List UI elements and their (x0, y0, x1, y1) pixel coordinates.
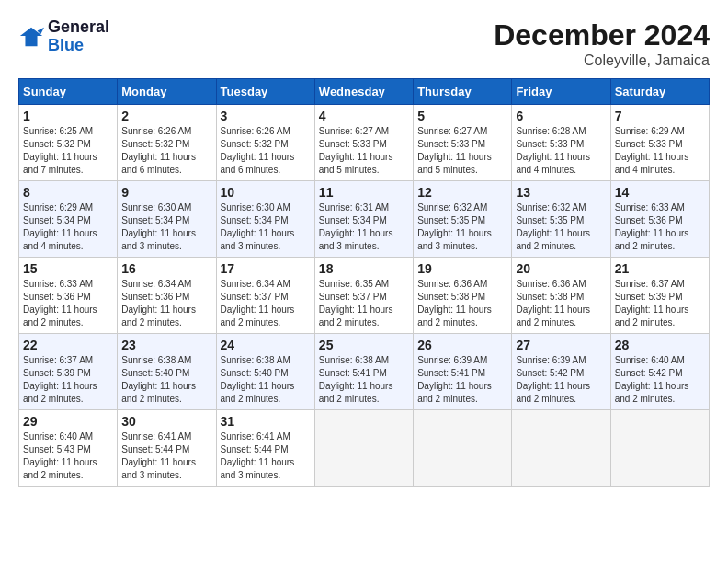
day-info: Sunrise: 6:38 AMSunset: 5:40 PMDaylight:… (221, 354, 311, 406)
calendar-table: SundayMondayTuesdayWednesdayThursdayFrid… (18, 78, 710, 487)
day-number: 22 (23, 338, 113, 352)
day-info: Sunrise: 6:38 AMSunset: 5:40 PMDaylight:… (121, 354, 211, 406)
day-number: 15 (23, 261, 113, 276)
header: General Blue December 2024 Coleyville, J… (18, 18, 710, 69)
day-number: 28 (615, 338, 705, 352)
day-info: Sunrise: 6:35 AMSunset: 5:37 PMDaylight:… (319, 278, 409, 329)
calendar-day-cell: 3Sunrise: 6:26 AMSunset: 5:32 PMDaylight… (216, 105, 314, 181)
day-number: 8 (23, 185, 113, 200)
day-number: 4 (319, 109, 409, 123)
calendar-body: 1Sunrise: 6:25 AMSunset: 5:32 PMDaylight… (19, 105, 710, 487)
calendar-day-cell (512, 410, 610, 487)
calendar-day-cell: 1Sunrise: 6:25 AMSunset: 5:32 PMDaylight… (19, 105, 118, 181)
calendar-day-cell: 9Sunrise: 6:30 AMSunset: 5:34 PMDaylight… (118, 181, 216, 258)
day-number: 2 (121, 109, 211, 123)
day-number: 20 (516, 261, 606, 276)
calendar-day-cell: 27Sunrise: 6:39 AMSunset: 5:42 PMDayligh… (512, 334, 610, 410)
calendar-day-cell: 18Sunrise: 6:35 AMSunset: 5:37 PMDayligh… (314, 258, 413, 334)
day-number: 19 (417, 261, 507, 276)
calendar-day-cell: 6Sunrise: 6:28 AMSunset: 5:33 PMDaylight… (512, 105, 610, 181)
logo-icon (18, 24, 44, 50)
calendar-day-cell: 12Sunrise: 6:32 AMSunset: 5:35 PMDayligh… (414, 181, 512, 258)
day-number: 29 (23, 414, 113, 429)
day-number: 16 (121, 261, 211, 276)
day-info: Sunrise: 6:29 AMSunset: 5:34 PMDaylight:… (23, 201, 113, 253)
calendar-day-cell: 4Sunrise: 6:27 AMSunset: 5:33 PMDaylight… (314, 105, 413, 181)
calendar-day-cell: 19Sunrise: 6:36 AMSunset: 5:38 PMDayligh… (414, 258, 512, 334)
calendar-day-cell: 30Sunrise: 6:41 AMSunset: 5:44 PMDayligh… (118, 410, 216, 487)
logo: General Blue (18, 18, 109, 55)
day-info: Sunrise: 6:25 AMSunset: 5:32 PMDaylight:… (23, 125, 113, 177)
weekday-header-cell: Friday (512, 79, 610, 105)
logo-text: General Blue (48, 18, 109, 55)
calendar-day-cell: 13Sunrise: 6:32 AMSunset: 5:35 PMDayligh… (512, 181, 610, 258)
day-number: 17 (221, 261, 311, 276)
day-info: Sunrise: 6:27 AMSunset: 5:33 PMDaylight:… (417, 125, 507, 177)
calendar-day-cell: 15Sunrise: 6:33 AMSunset: 5:36 PMDayligh… (19, 258, 118, 334)
calendar-day-cell: 29Sunrise: 6:40 AMSunset: 5:43 PMDayligh… (19, 410, 118, 487)
day-info: Sunrise: 6:41 AMSunset: 5:44 PMDaylight:… (221, 431, 311, 482)
day-info: Sunrise: 6:29 AMSunset: 5:33 PMDaylight:… (615, 125, 705, 177)
location-title: Coleyville, Jamaica (494, 52, 710, 69)
day-info: Sunrise: 6:39 AMSunset: 5:41 PMDaylight:… (417, 354, 507, 406)
calendar-day-cell: 23Sunrise: 6:38 AMSunset: 5:40 PMDayligh… (118, 334, 216, 410)
calendar-day-cell: 25Sunrise: 6:38 AMSunset: 5:41 PMDayligh… (314, 334, 413, 410)
day-info: Sunrise: 6:41 AMSunset: 5:44 PMDaylight:… (121, 431, 211, 482)
day-info: Sunrise: 6:37 AMSunset: 5:39 PMDaylight:… (615, 278, 705, 329)
day-info: Sunrise: 6:31 AMSunset: 5:34 PMDaylight:… (319, 201, 409, 253)
day-number: 30 (121, 414, 211, 429)
day-info: Sunrise: 6:27 AMSunset: 5:33 PMDaylight:… (319, 125, 409, 177)
day-number: 13 (516, 185, 606, 200)
weekday-header-cell: Wednesday (314, 79, 413, 105)
day-number: 1 (23, 109, 113, 123)
day-number: 21 (615, 261, 705, 276)
calendar-day-cell: 2Sunrise: 6:26 AMSunset: 5:32 PMDaylight… (118, 105, 216, 181)
day-number: 27 (516, 338, 606, 352)
weekday-header-row: SundayMondayTuesdayWednesdayThursdayFrid… (19, 79, 710, 105)
day-info: Sunrise: 6:26 AMSunset: 5:32 PMDaylight:… (221, 125, 311, 177)
calendar-day-cell (414, 410, 512, 487)
weekday-header-cell: Tuesday (216, 79, 314, 105)
day-number: 10 (221, 185, 311, 200)
calendar-day-cell: 10Sunrise: 6:30 AMSunset: 5:34 PMDayligh… (216, 181, 314, 258)
day-info: Sunrise: 6:36 AMSunset: 5:38 PMDaylight:… (417, 278, 507, 329)
calendar-week-row: 8Sunrise: 6:29 AMSunset: 5:34 PMDaylight… (19, 181, 710, 258)
day-info: Sunrise: 6:38 AMSunset: 5:41 PMDaylight:… (319, 354, 409, 406)
title-area: December 2024 Coleyville, Jamaica (494, 18, 710, 69)
calendar-day-cell: 26Sunrise: 6:39 AMSunset: 5:41 PMDayligh… (414, 334, 512, 410)
day-info: Sunrise: 6:39 AMSunset: 5:42 PMDaylight:… (516, 354, 606, 406)
calendar-day-cell: 14Sunrise: 6:33 AMSunset: 5:36 PMDayligh… (610, 181, 709, 258)
weekday-header-cell: Thursday (414, 79, 512, 105)
day-number: 31 (221, 414, 311, 429)
day-info: Sunrise: 6:32 AMSunset: 5:35 PMDaylight:… (516, 201, 606, 253)
calendar-week-row: 15Sunrise: 6:33 AMSunset: 5:36 PMDayligh… (19, 258, 710, 334)
calendar-day-cell: 5Sunrise: 6:27 AMSunset: 5:33 PMDaylight… (414, 105, 512, 181)
day-info: Sunrise: 6:40 AMSunset: 5:43 PMDaylight:… (23, 431, 113, 482)
calendar-day-cell: 28Sunrise: 6:40 AMSunset: 5:42 PMDayligh… (610, 334, 709, 410)
day-info: Sunrise: 6:30 AMSunset: 5:34 PMDaylight:… (121, 201, 211, 253)
calendar-day-cell: 11Sunrise: 6:31 AMSunset: 5:34 PMDayligh… (314, 181, 413, 258)
day-number: 23 (121, 338, 211, 352)
weekday-header-cell: Monday (118, 79, 216, 105)
calendar-day-cell: 8Sunrise: 6:29 AMSunset: 5:34 PMDaylight… (19, 181, 118, 258)
calendar-day-cell: 7Sunrise: 6:29 AMSunset: 5:33 PMDaylight… (610, 105, 709, 181)
day-info: Sunrise: 6:26 AMSunset: 5:32 PMDaylight:… (121, 125, 211, 177)
day-info: Sunrise: 6:34 AMSunset: 5:37 PMDaylight:… (221, 278, 311, 329)
day-number: 9 (121, 185, 211, 200)
day-number: 11 (319, 185, 409, 200)
day-number: 18 (319, 261, 409, 276)
calendar-day-cell (610, 410, 709, 487)
day-info: Sunrise: 6:30 AMSunset: 5:34 PMDaylight:… (221, 201, 311, 253)
day-number: 7 (615, 109, 705, 123)
day-info: Sunrise: 6:34 AMSunset: 5:36 PMDaylight:… (121, 278, 211, 329)
day-number: 24 (221, 338, 311, 352)
day-info: Sunrise: 6:36 AMSunset: 5:38 PMDaylight:… (516, 278, 606, 329)
day-info: Sunrise: 6:32 AMSunset: 5:35 PMDaylight:… (417, 201, 507, 253)
day-info: Sunrise: 6:40 AMSunset: 5:42 PMDaylight:… (615, 354, 705, 406)
calendar-day-cell: 20Sunrise: 6:36 AMSunset: 5:38 PMDayligh… (512, 258, 610, 334)
weekday-header-cell: Saturday (610, 79, 709, 105)
calendar-day-cell: 31Sunrise: 6:41 AMSunset: 5:44 PMDayligh… (216, 410, 314, 487)
day-number: 5 (417, 109, 507, 123)
calendar-day-cell: 22Sunrise: 6:37 AMSunset: 5:39 PMDayligh… (19, 334, 118, 410)
month-title: December 2024 (494, 18, 710, 52)
